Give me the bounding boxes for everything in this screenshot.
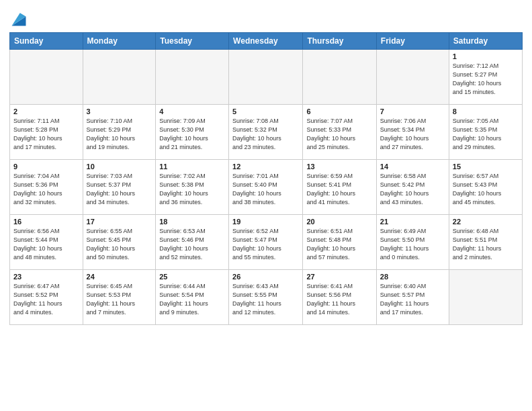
day-info: Sunrise: 6:49 AM Sunset: 5:50 PM Dayligh… bbox=[380, 227, 445, 262]
logo-icon bbox=[9, 9, 28, 28]
calendar-cell: 4Sunrise: 7:09 AM Sunset: 5:30 PM Daylig… bbox=[156, 105, 229, 160]
calendar-cell: 24Sunrise: 6:45 AM Sunset: 5:53 PM Dayli… bbox=[83, 270, 156, 325]
day-info: Sunrise: 7:02 AM Sunset: 5:38 PM Dayligh… bbox=[159, 172, 225, 207]
day-number: 1 bbox=[453, 52, 519, 60]
calendar-cell: 10Sunrise: 7:03 AM Sunset: 5:37 PM Dayli… bbox=[83, 160, 156, 215]
day-number: 19 bbox=[232, 218, 299, 226]
day-number: 27 bbox=[306, 273, 372, 281]
day-number: 3 bbox=[87, 107, 152, 116]
day-number: 18 bbox=[159, 218, 225, 226]
day-info: Sunrise: 7:09 AM Sunset: 5:30 PM Dayligh… bbox=[159, 117, 225, 152]
calendar-cell bbox=[449, 270, 522, 325]
calendar-cell: 27Sunrise: 6:41 AM Sunset: 5:56 PM Dayli… bbox=[303, 270, 376, 325]
day-number: 12 bbox=[232, 163, 299, 171]
logo bbox=[9, 9, 30, 28]
day-number: 14 bbox=[380, 163, 445, 171]
page: SundayMondayTuesdayWednesdayThursdayFrid… bbox=[0, 0, 532, 411]
calendar-cell: 2Sunrise: 7:11 AM Sunset: 5:28 PM Daylig… bbox=[10, 105, 83, 160]
weekday-header-sunday: Sunday bbox=[10, 33, 83, 50]
calendar-cell: 8Sunrise: 7:05 AM Sunset: 5:35 PM Daylig… bbox=[449, 105, 522, 160]
day-info: Sunrise: 6:55 AM Sunset: 5:45 PM Dayligh… bbox=[87, 227, 152, 262]
header bbox=[9, 7, 523, 28]
day-info: Sunrise: 6:58 AM Sunset: 5:42 PM Dayligh… bbox=[380, 172, 445, 207]
calendar-cell: 15Sunrise: 6:57 AM Sunset: 5:43 PM Dayli… bbox=[449, 160, 522, 215]
day-number: 9 bbox=[13, 163, 79, 171]
day-info: Sunrise: 6:43 AM Sunset: 5:55 PM Dayligh… bbox=[232, 282, 299, 317]
day-info: Sunrise: 6:41 AM Sunset: 5:56 PM Dayligh… bbox=[306, 282, 372, 317]
day-info: Sunrise: 6:57 AM Sunset: 5:43 PM Dayligh… bbox=[453, 172, 519, 207]
calendar-cell: 12Sunrise: 7:01 AM Sunset: 5:40 PM Dayli… bbox=[229, 160, 303, 215]
day-number: 23 bbox=[13, 273, 79, 281]
day-number: 17 bbox=[87, 218, 152, 226]
week-row-1: 1Sunrise: 7:12 AM Sunset: 5:27 PM Daylig… bbox=[10, 50, 523, 105]
day-info: Sunrise: 7:06 AM Sunset: 5:34 PM Dayligh… bbox=[380, 117, 445, 152]
week-row-5: 23Sunrise: 6:47 AM Sunset: 5:52 PM Dayli… bbox=[10, 270, 523, 325]
calendar-cell: 9Sunrise: 7:04 AM Sunset: 5:36 PM Daylig… bbox=[10, 160, 83, 215]
calendar-cell bbox=[10, 50, 83, 105]
day-number: 22 bbox=[453, 218, 519, 226]
calendar-cell: 13Sunrise: 6:59 AM Sunset: 5:41 PM Dayli… bbox=[303, 160, 376, 215]
calendar-cell: 5Sunrise: 7:08 AM Sunset: 5:32 PM Daylig… bbox=[229, 105, 303, 160]
day-number: 4 bbox=[159, 107, 225, 116]
day-info: Sunrise: 6:59 AM Sunset: 5:41 PM Dayligh… bbox=[306, 172, 372, 207]
calendar-cell: 23Sunrise: 6:47 AM Sunset: 5:52 PM Dayli… bbox=[10, 270, 83, 325]
day-number: 20 bbox=[306, 218, 372, 226]
calendar-cell: 18Sunrise: 6:53 AM Sunset: 5:46 PM Dayli… bbox=[156, 215, 229, 270]
day-info: Sunrise: 6:53 AM Sunset: 5:46 PM Dayligh… bbox=[159, 227, 225, 262]
calendar-cell: 14Sunrise: 6:58 AM Sunset: 5:42 PM Dayli… bbox=[376, 160, 449, 215]
day-number: 8 bbox=[453, 107, 519, 116]
calendar-cell: 22Sunrise: 6:48 AM Sunset: 5:51 PM Dayli… bbox=[449, 215, 522, 270]
day-number: 24 bbox=[87, 273, 152, 281]
day-number: 13 bbox=[306, 163, 372, 171]
weekday-header-saturday: Saturday bbox=[449, 33, 522, 50]
day-info: Sunrise: 7:03 AM Sunset: 5:37 PM Dayligh… bbox=[87, 172, 152, 207]
day-info: Sunrise: 7:10 AM Sunset: 5:29 PM Dayligh… bbox=[87, 117, 152, 152]
day-number: 25 bbox=[159, 273, 225, 281]
calendar-cell: 7Sunrise: 7:06 AM Sunset: 5:34 PM Daylig… bbox=[376, 105, 449, 160]
calendar-cell bbox=[229, 50, 303, 105]
day-info: Sunrise: 7:04 AM Sunset: 5:36 PM Dayligh… bbox=[13, 172, 79, 207]
day-number: 5 bbox=[232, 107, 299, 116]
calendar-cell: 16Sunrise: 6:56 AM Sunset: 5:44 PM Dayli… bbox=[10, 215, 83, 270]
calendar-cell bbox=[83, 50, 156, 105]
calendar-cell: 21Sunrise: 6:49 AM Sunset: 5:50 PM Dayli… bbox=[376, 215, 449, 270]
day-info: Sunrise: 6:40 AM Sunset: 5:57 PM Dayligh… bbox=[380, 282, 445, 317]
day-number: 26 bbox=[232, 273, 299, 281]
calendar-cell: 20Sunrise: 6:51 AM Sunset: 5:48 PM Dayli… bbox=[303, 215, 376, 270]
calendar-cell: 1Sunrise: 7:12 AM Sunset: 5:27 PM Daylig… bbox=[449, 50, 522, 105]
day-info: Sunrise: 6:51 AM Sunset: 5:48 PM Dayligh… bbox=[306, 227, 372, 262]
day-info: Sunrise: 7:08 AM Sunset: 5:32 PM Dayligh… bbox=[232, 117, 299, 152]
day-info: Sunrise: 7:11 AM Sunset: 5:28 PM Dayligh… bbox=[13, 117, 79, 152]
weekday-header-row: SundayMondayTuesdayWednesdayThursdayFrid… bbox=[10, 33, 523, 50]
calendar-table: SundayMondayTuesdayWednesdayThursdayFrid… bbox=[9, 32, 523, 325]
day-info: Sunrise: 6:52 AM Sunset: 5:47 PM Dayligh… bbox=[232, 227, 299, 262]
day-number: 15 bbox=[453, 163, 519, 171]
weekday-header-thursday: Thursday bbox=[303, 33, 376, 50]
calendar-cell bbox=[303, 50, 376, 105]
calendar-cell bbox=[376, 50, 449, 105]
calendar-cell: 17Sunrise: 6:55 AM Sunset: 5:45 PM Dayli… bbox=[83, 215, 156, 270]
calendar-cell bbox=[156, 50, 229, 105]
day-info: Sunrise: 6:44 AM Sunset: 5:54 PM Dayligh… bbox=[159, 282, 225, 317]
weekday-header-tuesday: Tuesday bbox=[156, 33, 229, 50]
calendar-cell: 11Sunrise: 7:02 AM Sunset: 5:38 PM Dayli… bbox=[156, 160, 229, 215]
day-info: Sunrise: 6:47 AM Sunset: 5:52 PM Dayligh… bbox=[13, 282, 79, 317]
calendar-cell: 26Sunrise: 6:43 AM Sunset: 5:55 PM Dayli… bbox=[229, 270, 303, 325]
day-info: Sunrise: 7:01 AM Sunset: 5:40 PM Dayligh… bbox=[232, 172, 299, 207]
week-row-3: 9Sunrise: 7:04 AM Sunset: 5:36 PM Daylig… bbox=[10, 160, 523, 215]
day-number: 11 bbox=[159, 163, 225, 171]
day-info: Sunrise: 7:12 AM Sunset: 5:27 PM Dayligh… bbox=[453, 62, 519, 97]
weekday-header-friday: Friday bbox=[376, 33, 449, 50]
week-row-4: 16Sunrise: 6:56 AM Sunset: 5:44 PM Dayli… bbox=[10, 215, 523, 270]
calendar-cell: 19Sunrise: 6:52 AM Sunset: 5:47 PM Dayli… bbox=[229, 215, 303, 270]
calendar-cell: 25Sunrise: 6:44 AM Sunset: 5:54 PM Dayli… bbox=[156, 270, 229, 325]
day-info: Sunrise: 6:45 AM Sunset: 5:53 PM Dayligh… bbox=[87, 282, 152, 317]
day-number: 28 bbox=[380, 273, 445, 281]
calendar-cell: 3Sunrise: 7:10 AM Sunset: 5:29 PM Daylig… bbox=[83, 105, 156, 160]
weekday-header-monday: Monday bbox=[83, 33, 156, 50]
day-info: Sunrise: 7:05 AM Sunset: 5:35 PM Dayligh… bbox=[453, 117, 519, 152]
calendar-cell: 6Sunrise: 7:07 AM Sunset: 5:33 PM Daylig… bbox=[303, 105, 376, 160]
day-number: 7 bbox=[380, 107, 445, 116]
day-number: 2 bbox=[13, 107, 79, 116]
day-number: 21 bbox=[380, 218, 445, 226]
